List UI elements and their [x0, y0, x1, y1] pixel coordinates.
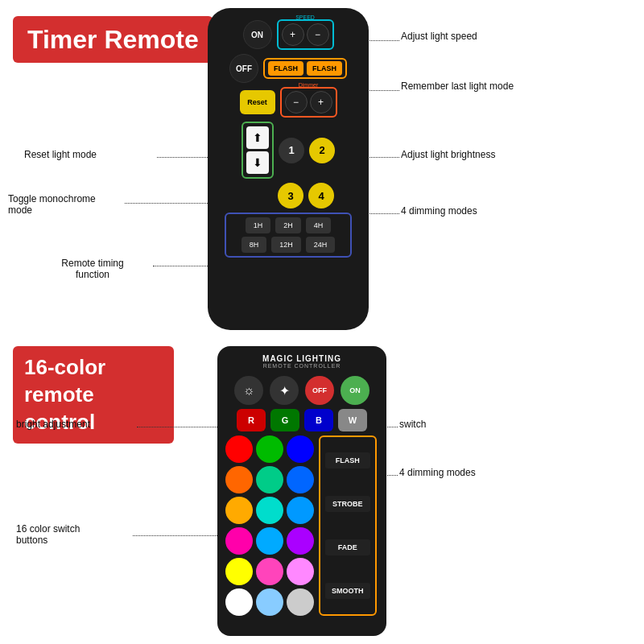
btn-num2[interactable]: 2 [309, 138, 335, 163]
rgb-icon-row: ☼ ✦ OFF ON [225, 376, 378, 405]
btn-speed-plus[interactable]: + [282, 23, 304, 46]
color-grid-area: FLASH STROBE FADE SMOOTH [225, 436, 378, 616]
mode-column: FLASH STROBE FADE SMOOTH [319, 436, 377, 616]
btn-flash2[interactable]: FLASH [307, 61, 342, 76]
btn-brightness-up[interactable]: ✦ [270, 376, 299, 405]
color-grid [225, 436, 314, 616]
btn-24h[interactable]: 24H [306, 237, 336, 253]
btn-power-off[interactable]: OFF [305, 376, 334, 405]
btn-b[interactable]: B [304, 409, 333, 431]
annot-adjust-brightness: Adjust light brightness [401, 149, 495, 160]
bottom-section: 16-color remotecontrol bright adjustment… [0, 338, 644, 644]
rgb-brand-sub: REMOTE CONTROLLER [225, 363, 378, 369]
line-bright-adj [137, 427, 217, 427]
color-orange[interactable] [225, 466, 253, 493]
btn-reset[interactable]: Reset [240, 90, 275, 114]
rgbw-row: R G B W [225, 409, 378, 431]
btn-8h[interactable]: 8H [242, 237, 267, 253]
row-mono-nums: ⬆ ⬇ 1 2 [219, 122, 357, 179]
timer-group: 1H 2H 4H 8H 12H 24H [225, 213, 352, 258]
btn-g[interactable]: G [270, 409, 299, 431]
timer-row1: 1H 2H 4H [231, 217, 345, 233]
color-light-blue[interactable] [256, 527, 283, 555]
btn-brightness-down[interactable]: ☼ [234, 376, 263, 405]
color-purple[interactable] [287, 527, 314, 555]
color-blue[interactable] [287, 436, 314, 463]
color-red[interactable] [225, 436, 253, 463]
btn-speed-minus[interactable]: − [307, 23, 329, 46]
mono-group: ⬆ ⬇ [242, 122, 274, 179]
color-sky[interactable] [287, 497, 314, 524]
btn-num4[interactable]: 4 [308, 183, 334, 208]
row-off-flash: OFF FLASH FLASH [219, 54, 357, 83]
line-brightness [364, 157, 399, 158]
rgb-brand-title: MAGIC LIGHTING [225, 354, 378, 363]
timer-remote-title: Timer Remote [13, 16, 213, 63]
color-rose[interactable] [256, 558, 283, 585]
color-yellow[interactable] [225, 558, 253, 585]
line-reset-mode [157, 157, 209, 158]
annot-adjust-speed: Adjust light speed [401, 31, 477, 42]
annot-toggle-mono: Toggle monochromemode [8, 193, 121, 216]
color-cyan[interactable] [256, 497, 283, 524]
btn-w[interactable]: W [338, 409, 367, 431]
color-amber[interactable] [225, 497, 253, 524]
btn-flash1[interactable]: FLASH [268, 61, 303, 76]
btn-fade-mode[interactable]: FADE [325, 539, 370, 555]
color-lavender[interactable] [287, 558, 314, 585]
color-silver[interactable] [287, 588, 314, 616]
btn-mono-up[interactable]: ⬆ [246, 126, 269, 149]
btn-off[interactable]: OFF [229, 54, 258, 83]
btn-num3[interactable]: 3 [278, 183, 303, 208]
btn-smooth-mode[interactable]: SMOOTH [325, 583, 370, 599]
color-teal[interactable] [256, 466, 283, 493]
annot-bright-adj: bright adjustment [16, 419, 90, 430]
line-4dim-bottom [385, 475, 398, 476]
dimmer-group: Dimmer − + [280, 87, 337, 118]
btn-power-on[interactable]: ON [341, 376, 369, 405]
btn-1h[interactable]: 1H [246, 217, 271, 233]
color-green[interactable] [256, 436, 283, 463]
timer-remote-device: ON SPEED + − OFF FLASH FLASH Reset Dimme… [208, 8, 369, 330]
btn-on[interactable]: ON [243, 20, 272, 49]
color-white[interactable] [225, 588, 253, 616]
annot-16-color: 16 color switchbuttons [16, 523, 129, 546]
line-16-color [133, 535, 217, 536]
color-ice[interactable] [256, 588, 283, 616]
btn-r[interactable]: R [237, 409, 266, 431]
speed-group: SPEED + − [277, 19, 334, 50]
line-remember-mode [364, 90, 399, 91]
row-reset-dimmer: Reset Dimmer − + [219, 87, 357, 118]
annot-4dim-bottom: 4 dimming modes [399, 467, 476, 478]
rgb-remote-device: MAGIC LIGHTING REMOTE CONTROLLER ☼ ✦ OFF… [217, 346, 386, 636]
annot-remember-mode: Remember last light mode [401, 80, 514, 92]
line-mono [125, 203, 209, 204]
row-on-speed: ON SPEED + − [219, 19, 357, 50]
btn-flash-mode[interactable]: FLASH [325, 452, 370, 469]
color-azure[interactable] [287, 466, 314, 493]
rgb-brand-header: MAGIC LIGHTING REMOTE CONTROLLER [225, 354, 378, 372]
annot-4-dimming: 4 dimming modes [401, 205, 477, 217]
btn-12h[interactable]: 12H [271, 237, 301, 253]
row-nums-34: 3 4 [237, 183, 375, 208]
line-4-dimming [364, 213, 399, 214]
annot-reset-mode: Reset light mode [24, 149, 97, 160]
top-section: Timer Remote Adjust light speed Remember… [0, 0, 644, 338]
btn-2h[interactable]: 2H [275, 217, 301, 233]
timer-row2: 8H 12H 24H [231, 237, 345, 253]
btn-dimmer-plus[interactable]: + [310, 91, 332, 114]
line-timing [153, 266, 208, 266]
btn-strobe-mode[interactable]: STROBE [325, 496, 370, 512]
annot-switch: switch [399, 419, 426, 430]
btn-num1[interactable]: 1 [279, 138, 304, 163]
color-pink[interactable] [225, 527, 253, 555]
btn-mono-down[interactable]: ⬇ [246, 151, 269, 174]
flash-group: FLASH FLASH [263, 58, 347, 79]
btn-4h[interactable]: 4H [306, 217, 332, 233]
line-switch [385, 427, 398, 427]
annot-remote-timing: Remote timingfunction [40, 258, 145, 280]
btn-dimmer-minus[interactable]: − [285, 91, 308, 114]
